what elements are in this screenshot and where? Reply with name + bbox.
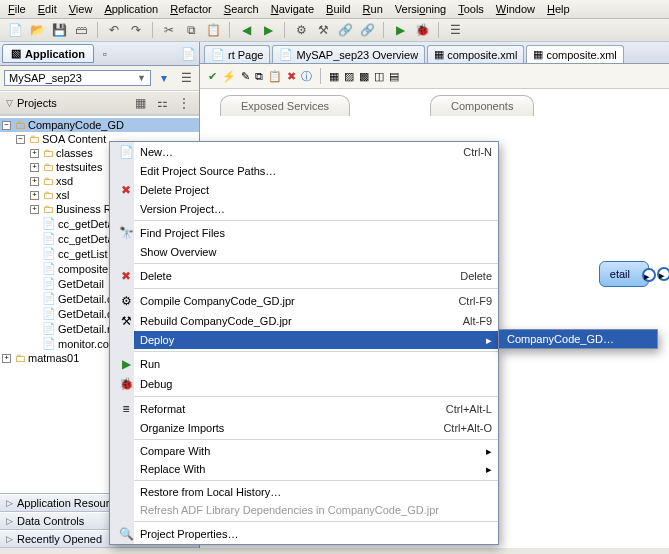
menu-file[interactable]: FFileile — [8, 3, 26, 15]
composite-icon: ▦ — [434, 48, 444, 61]
copy-icon[interactable]: ⧉ — [182, 21, 200, 39]
menu-item-reformat[interactable]: ≡ReformatCtrl+Alt-L — [134, 399, 498, 419]
delete-icon: ✖ — [118, 183, 134, 197]
menu-item-replace-with[interactable]: Replace With▸ — [134, 460, 498, 478]
plus-icon[interactable]: + — [2, 354, 11, 363]
composite-icon: ▦ — [533, 48, 543, 61]
menu-search[interactable]: Search — [224, 3, 259, 15]
menu-item-find-files[interactable]: 🔭Find Project Files — [134, 223, 498, 243]
wand-icon[interactable]: ✎ — [241, 70, 250, 83]
editor-tab[interactable]: 📄MySAP_sep23 Overview — [272, 45, 425, 63]
menu-window[interactable]: Window — [496, 3, 535, 15]
menu-item-delete-project[interactable]: ✖Delete Project — [134, 180, 498, 200]
submenu-item-deploy-target[interactable]: CompanyCode_GD… — [499, 330, 657, 348]
menu-item-rebuild[interactable]: ⚒Rebuild CompanyCode_GD.jprAlt-F9 — [134, 311, 498, 331]
app-dropdown-icon[interactable]: ▾ — [155, 69, 173, 87]
tree-root[interactable]: − 🗀 CompanyCode_GD — [0, 118, 199, 132]
menu-item-project-properties[interactable]: 🔍Project Properties… — [134, 524, 498, 544]
menu-view[interactable]: View — [69, 3, 93, 15]
delete-icon[interactable]: ✖ — [287, 70, 296, 83]
make-icon[interactable]: ⚙ — [292, 21, 310, 39]
copy-icon[interactable]: ⧉ — [255, 70, 263, 83]
back-icon[interactable]: ◀ — [237, 21, 255, 39]
components-tab[interactable]: Components — [430, 95, 534, 116]
projects-header[interactable]: ▽ Projects ▦ ⚏ ⋮ — [0, 91, 199, 115]
menu-refactor[interactable]: Refactor — [170, 3, 212, 15]
redo-icon[interactable]: ↷ — [127, 21, 145, 39]
debug-icon[interactable]: 🐞 — [413, 21, 431, 39]
edge-port-icon[interactable]: ▸ — [657, 267, 669, 281]
menu-tools[interactable]: Tools — [458, 3, 484, 15]
save-all-icon[interactable]: 🗃 — [72, 21, 90, 39]
menu-item-debug[interactable]: 🐞Debug — [134, 374, 498, 394]
menu-item-compile[interactable]: ⚙Compile CompanyCode_GD.jprCtrl-F9 — [134, 291, 498, 311]
undo-icon[interactable]: ↶ — [105, 21, 123, 39]
grid2-icon[interactable]: ▨ — [344, 70, 354, 83]
tree-root-label: CompanyCode_GD — [28, 119, 124, 131]
menu-item-version-project[interactable]: Version Project… — [134, 200, 498, 218]
menu-edit[interactable]: Edit — [38, 3, 57, 15]
binoculars-icon: 🔭 — [118, 226, 134, 240]
proj-tb1-icon[interactable]: ▦ — [131, 94, 149, 112]
menu-item-new[interactable]: 📄New…Ctrl-N — [134, 142, 498, 162]
link1-icon[interactable]: 🔗 — [336, 21, 354, 39]
grid4-icon[interactable]: ◫ — [374, 70, 384, 83]
plus-icon[interactable]: + — [30, 177, 39, 186]
exposed-services-tab[interactable]: Exposed Services — [220, 95, 350, 116]
proj-tb2-icon[interactable]: ⚏ — [153, 94, 171, 112]
extra-icon[interactable]: ☰ — [446, 21, 464, 39]
menu-item-edit-source-paths[interactable]: Edit Project Source Paths… — [134, 162, 498, 180]
menu-run[interactable]: Run — [363, 3, 383, 15]
menu-versioning[interactable]: Versioning — [395, 3, 446, 15]
info-icon[interactable]: ⓘ — [301, 69, 312, 84]
flow-node[interactable]: etail ▸ — [599, 261, 649, 287]
paste-icon[interactable]: 📋 — [204, 21, 222, 39]
minus-icon[interactable]: − — [16, 135, 25, 144]
doc-icon[interactable]: 📄 — [179, 45, 197, 63]
application-tab[interactable]: ▧ Application — [2, 44, 94, 63]
menu-application[interactable]: Application — [104, 3, 158, 15]
plus-icon[interactable]: + — [30, 205, 39, 214]
menu-item-run[interactable]: ▶Run — [134, 354, 498, 374]
menu-item-show-overview[interactable]: Show Overview — [134, 243, 498, 261]
open-icon[interactable]: 📂 — [28, 21, 46, 39]
menu-build[interactable]: Build — [326, 3, 350, 15]
forward-icon[interactable]: ▶ — [259, 21, 277, 39]
plus-icon[interactable]: + — [30, 163, 39, 172]
menu-item-restore-history[interactable]: Restore from Local History… — [134, 483, 498, 501]
editor-toolbar: ✔ ⚡ ✎ ⧉ 📋 ✖ ⓘ ▦ ▨ ▩ ◫ ▤ — [200, 64, 669, 89]
bolt-icon[interactable]: ⚡ — [222, 70, 236, 83]
run-icon[interactable]: ▶ — [391, 21, 409, 39]
menu-item-deploy[interactable]: Deploy▸ — [134, 331, 498, 349]
application-combo[interactable]: MySAP_sep23 ▼ — [4, 70, 151, 86]
app-action-icon[interactable]: ☰ — [177, 69, 195, 87]
editor-tabs: 📄rt Page 📄MySAP_sep23 Overview ▦composit… — [200, 42, 669, 64]
link2-icon[interactable]: 🔗 — [358, 21, 376, 39]
check-icon[interactable]: ✔ — [208, 70, 217, 83]
menu-navigate[interactable]: Navigate — [271, 3, 314, 15]
editor-tab-active[interactable]: ▦composite.xml — [526, 45, 623, 63]
new-icon[interactable]: 📄 — [6, 21, 24, 39]
output-port-icon[interactable]: ▸ — [642, 268, 656, 282]
grid1-icon[interactable]: ▦ — [329, 70, 339, 83]
minus-icon[interactable]: − — [2, 121, 11, 130]
grid5-icon[interactable]: ▤ — [389, 70, 399, 83]
plus-icon[interactable]: + — [30, 149, 39, 158]
submenu-arrow-icon: ▸ — [486, 463, 492, 476]
proj-tb3-icon[interactable]: ⋮ — [175, 94, 193, 112]
rebuild-icon[interactable]: ⚒ — [314, 21, 332, 39]
tab-extra-icon[interactable]: ▫ — [96, 45, 114, 63]
editor-tab[interactable]: ▦composite.xml — [427, 45, 524, 63]
save-icon[interactable]: 💾 — [50, 21, 68, 39]
menu-item-organize-imports[interactable]: Organize ImportsCtrl+Alt-O — [134, 419, 498, 437]
plus-icon[interactable]: + — [30, 191, 39, 200]
file-icon: 📄 — [42, 277, 56, 290]
editor-tab[interactable]: 📄rt Page — [204, 45, 270, 63]
menu-help[interactable]: Help — [547, 3, 570, 15]
paste-icon[interactable]: 📋 — [268, 70, 282, 83]
grid3-icon[interactable]: ▩ — [359, 70, 369, 83]
menu-item-delete[interactable]: ✖DeleteDelete — [134, 266, 498, 286]
cut-icon[interactable]: ✂ — [160, 21, 178, 39]
page-icon: 📄 — [211, 48, 225, 61]
menu-item-compare-with[interactable]: Compare With▸ — [134, 442, 498, 460]
